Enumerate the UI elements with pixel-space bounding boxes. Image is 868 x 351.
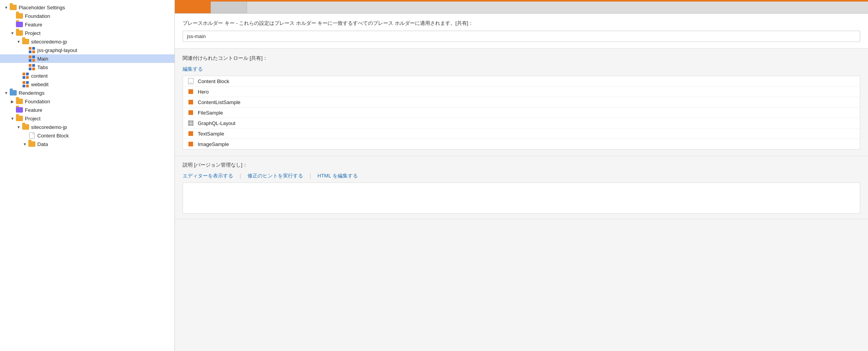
sidebar-item-data[interactable]: ▼ Data — [0, 140, 174, 148]
sidebar-item-webedit[interactable]: webedit — [0, 80, 174, 89]
sidebar-item-foundation-2[interactable]: ▶ Foundation — [0, 97, 174, 106]
control-item-content-block[interactable]: Content Block — [183, 76, 860, 87]
sidebar-item-label: Feature — [25, 22, 42, 28]
control-item-label: Content Block — [198, 78, 229, 84]
placeholder-key-input[interactable] — [183, 31, 860, 42]
sq-orange-icon — [187, 130, 195, 137]
sidebar-item-label: Main — [37, 56, 48, 62]
hint-link[interactable]: 修正のヒントを実行する — [248, 172, 303, 179]
description-section: 説明 [バージョン管理なし]： エディターを表示する ｜ 修正のヒントを実行する… — [175, 156, 868, 219]
main-content: プレースホルダー キー - これらの設定はプレース ホルダー キーに一致するすべ… — [175, 0, 868, 351]
sidebar: ▼ Placeholder Settings Foundation Featur… — [0, 0, 175, 351]
grid-icon — [28, 64, 36, 70]
placeholder-key-label: プレースホルダー キー - これらの設定はプレース ホルダー キーに一致するすべ… — [183, 20, 860, 27]
sq-orange-icon — [187, 109, 195, 116]
sidebar-item-placeholder-settings[interactable]: ▼ Placeholder Settings — [0, 3, 174, 12]
associated-controls-label: 関連付けられたコントロール [共有]： — [183, 55, 860, 62]
separator: ｜ — [238, 172, 243, 179]
folder-icon — [16, 13, 23, 19]
sidebar-item-foundation-1[interactable]: Foundation — [0, 12, 174, 20]
control-item-label: Hero — [198, 89, 209, 95]
sq-orange-icon — [187, 99, 195, 105]
toggle-icon[interactable]: ▼ — [9, 31, 16, 35]
sidebar-item-label: Tabs — [37, 64, 48, 70]
sidebar-item-label: Foundation — [25, 13, 50, 19]
control-list: Content Block Hero ContentListSample — [183, 76, 860, 149]
sidebar-item-sitecoredemo-jp-1[interactable]: ▼ sitecoredemo-jp — [0, 37, 174, 46]
toggle-icon[interactable]: ▼ — [9, 116, 16, 121]
grid-icon — [187, 120, 195, 126]
control-item-label: GraphQL-Layout — [198, 120, 235, 126]
sidebar-item-project-2[interactable]: ▼ Project — [0, 114, 174, 123]
sidebar-item-label: jss-graphql-layout — [37, 47, 77, 53]
sidebar-item-project-1[interactable]: ▼ Project — [0, 29, 174, 37]
control-item-label: FileSample — [198, 110, 223, 116]
sidebar-item-label: Project — [25, 116, 40, 122]
grid-icon — [22, 73, 30, 79]
control-item-graphql-layout[interactable]: GraphQL-Layout — [183, 118, 860, 129]
description-label: 説明 [バージョン管理なし]： — [183, 162, 860, 169]
sidebar-item-label: sitecoredemo-jp — [31, 39, 67, 45]
doc-icon — [187, 78, 195, 84]
sidebar-item-content-block[interactable]: Content Block — [0, 131, 174, 140]
tab-label — [219, 4, 239, 10]
folder-icon — [28, 141, 36, 147]
sidebar-item-label: Placeholder Settings — [19, 5, 65, 10]
doc-icon — [28, 132, 36, 139]
sq-orange-icon — [187, 89, 195, 95]
editor-link[interactable]: エディターを表示する — [183, 172, 233, 179]
control-item-content-list-sample[interactable]: ContentListSample — [183, 97, 860, 108]
sidebar-item-label: Feature — [25, 107, 42, 113]
tab-bar — [175, 2, 868, 14]
folder-icon — [16, 115, 23, 122]
folder-icon — [22, 124, 30, 130]
folder-blue-icon — [9, 90, 17, 96]
folder-icon — [9, 4, 17, 10]
sidebar-item-renderings[interactable]: ▼ Renderings — [0, 89, 174, 97]
toggle-icon[interactable]: ▶ — [9, 99, 16, 104]
sidebar-item-label: Project — [25, 30, 40, 36]
folder-icon — [16, 30, 23, 36]
edit-link[interactable]: 編集する — [183, 66, 203, 72]
sidebar-item-label: sitecoredemo-jp — [31, 124, 67, 130]
grid-icon — [28, 56, 36, 62]
sidebar-item-label: Content Block — [37, 133, 69, 139]
placeholder-key-section: プレースホルダー キー - これらの設定はプレース ホルダー キーに一致するすべ… — [175, 14, 868, 49]
sidebar-item-label: content — [31, 73, 48, 79]
sidebar-item-feature-2[interactable]: Feature — [0, 106, 174, 114]
sq-orange-icon — [187, 141, 195, 147]
sidebar-item-content[interactable]: content — [0, 71, 174, 80]
folder-icon — [22, 38, 30, 45]
sidebar-item-label: Renderings — [19, 90, 45, 96]
html-link[interactable]: HTML を編集する — [317, 172, 358, 179]
sidebar-item-tabs[interactable]: Tabs — [0, 63, 174, 71]
toggle-icon[interactable]: ▼ — [22, 142, 28, 146]
folder-icon — [16, 107, 23, 113]
folder-icon — [16, 98, 23, 104]
control-item-file-sample[interactable]: FileSample — [183, 108, 860, 118]
grid-icon — [22, 81, 30, 87]
control-item-label: ContentListSample — [198, 99, 241, 105]
control-item-hero[interactable]: Hero — [183, 87, 860, 97]
sidebar-item-main[interactable]: Main — [0, 54, 174, 63]
sidebar-item-label: webedit — [31, 82, 49, 87]
tab-inactive[interactable] — [211, 2, 247, 13]
toggle-icon[interactable]: ▼ — [16, 40, 22, 44]
separator: ｜ — [308, 172, 313, 179]
toggle-icon[interactable]: ▼ — [3, 5, 9, 10]
html-edit-area[interactable] — [183, 182, 860, 214]
associated-controls-section: 関連付けられたコントロール [共有]： 編集する Content Block H… — [175, 49, 868, 156]
sidebar-item-feature-1[interactable]: Feature — [0, 20, 174, 29]
sidebar-item-sitecoredemo-jp-2[interactable]: ▼ sitecoredemo-jp — [0, 123, 174, 131]
control-item-label: ImageSample — [198, 141, 229, 147]
tab-active[interactable] — [175, 2, 211, 13]
toggle-icon[interactable]: ▼ — [3, 91, 9, 95]
grid-icon — [28, 47, 36, 53]
sidebar-item-jss-graphql-layout[interactable]: jss-graphql-layout — [0, 46, 174, 54]
folder-icon — [16, 21, 23, 28]
toggle-icon[interactable]: ▼ — [16, 125, 22, 129]
control-item-image-sample[interactable]: ImageSample — [183, 139, 860, 149]
control-item-label: TextSample — [198, 131, 224, 137]
sidebar-item-label: Data — [37, 141, 48, 147]
control-item-text-sample[interactable]: TextSample — [183, 129, 860, 139]
